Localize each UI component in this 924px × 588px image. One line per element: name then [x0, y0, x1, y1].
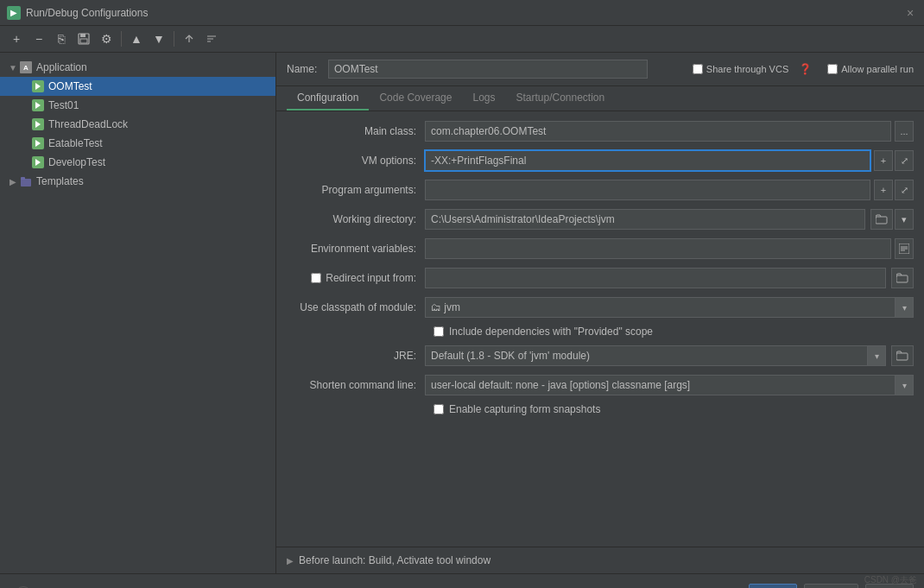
title-bar: ▶ Run/Debug Configurations ×	[0, 0, 924, 26]
move-up-button[interactable]: ▲	[127, 29, 146, 48]
redirect-input-checkbox[interactable]	[311, 273, 321, 283]
vm-options-row: VM options: + ⤢	[287, 149, 914, 172]
close-button[interactable]: ×	[903, 6, 917, 20]
tab-startup-connection[interactable]: Startup/Connection	[505, 86, 615, 111]
cancel-button[interactable]: Cancel	[804, 584, 858, 589]
before-launch-header[interactable]: ▶ Before launch: Build, Activate tool wi…	[287, 554, 914, 566]
redirect-input-buttons	[889, 268, 914, 288]
test01-label: Test01	[48, 99, 79, 111]
ok-button[interactable]: OK	[749, 584, 796, 589]
tree-item-developtest[interactable]: DevelopTest	[0, 153, 275, 172]
jre-row: JRE: Default (1.8 - SDK of 'jvm' module)…	[287, 345, 914, 367]
tree-application-group[interactable]: ▼ A Application	[0, 58, 275, 77]
application-arrow[interactable]: ▼	[7, 61, 19, 73]
templates-folder-icon	[19, 174, 33, 188]
working-dir-input[interactable]	[425, 209, 865, 230]
application-folder-icon: A	[19, 60, 33, 74]
program-args-input[interactable]	[425, 180, 870, 200]
tab-code-coverage[interactable]: Code Coverage	[369, 86, 462, 111]
vm-options-expand-button[interactable]: ⤢	[895, 150, 914, 171]
jre-buttons	[889, 345, 914, 366]
oomtest-spacer	[19, 80, 31, 92]
form-area: Main class: ... VM options: + ⤢ Program …	[276, 111, 924, 540]
help-vcs-icon: ❓	[799, 63, 812, 75]
before-launch-arrow: ▶	[287, 556, 294, 566]
jre-select[interactable]: Default (1.8 - SDK of 'jvm' module)	[425, 345, 886, 366]
tab-configuration[interactable]: Configuration	[287, 86, 369, 111]
redirect-input-browse-button[interactable]	[891, 268, 914, 288]
svg-rect-5	[876, 217, 887, 224]
env-vars-edit-button[interactable]	[895, 238, 914, 259]
vm-options-add-button[interactable]: +	[874, 150, 893, 171]
env-vars-row: Environment variables:	[287, 237, 914, 260]
program-args-row: Program arguments: + ⤢	[287, 179, 914, 201]
classpath-module-row: Use classpath of module: 🗂 jvm ▾	[287, 296, 914, 319]
threaddeadlock-label: ThreadDeadLock	[48, 118, 128, 130]
shorten-cmd-row: Shorten command line: user-local default…	[287, 374, 914, 396]
move-down-button[interactable]: ▼	[149, 29, 168, 48]
vm-options-input[interactable]	[425, 150, 870, 171]
jre-browse-button[interactable]	[891, 345, 914, 366]
svg-rect-7	[896, 275, 908, 282]
working-dir-buttons: ▾	[869, 209, 914, 230]
main-class-input[interactable]	[425, 121, 891, 142]
templates-label: Templates	[36, 175, 84, 187]
enable-capture-checkbox[interactable]	[434, 404, 444, 414]
working-dir-row: Working directory: ▾	[287, 208, 914, 231]
name-checkboxes: Share through VCS ❓ Allow parallel run	[693, 63, 914, 75]
add-button[interactable]: +	[7, 29, 26, 48]
tree-item-oomtest[interactable]: OOMTest	[0, 77, 275, 96]
parallel-run-checkbox[interactable]	[827, 64, 838, 74]
main-class-label: Main class:	[287, 125, 425, 137]
program-args-buttons: + ⤢	[874, 180, 914, 200]
env-vars-input[interactable]	[425, 238, 891, 259]
redirect-input-label-cell: Redirect input from:	[287, 272, 425, 284]
test01-spacer	[19, 99, 31, 111]
svg-rect-3	[21, 179, 31, 187]
main-class-browse-button[interactable]: ...	[895, 121, 914, 142]
share-button[interactable]	[180, 29, 199, 48]
redirect-input-field[interactable]	[425, 268, 886, 288]
content-area: Name: Share through VCS ❓ Allow parallel…	[276, 53, 924, 573]
enable-capture-label: Enable capturing form snapshots	[434, 403, 600, 415]
env-vars-buttons	[895, 238, 914, 259]
tree-item-threaddeadlock[interactable]: ThreadDeadLock	[0, 115, 275, 134]
working-dir-dropdown-button[interactable]: ▾	[895, 209, 914, 230]
classpath-module-select[interactable]: 🗂 jvm	[425, 297, 914, 318]
copy-button[interactable]: ⎘	[52, 29, 71, 48]
program-args-expand-button[interactable]: ⤢	[895, 180, 914, 200]
tree-templates-group[interactable]: ▶ Templates	[0, 172, 275, 191]
shorten-cmd-label: Shorten command line:	[287, 379, 425, 391]
shorten-cmd-select[interactable]: user-local default: none - java [options…	[425, 375, 914, 395]
svg-rect-1	[80, 34, 85, 37]
vm-options-buttons: + ⤢	[874, 150, 914, 171]
tree-item-test01[interactable]: Test01	[0, 96, 275, 115]
tree-item-eatabletest[interactable]: EatableTest	[0, 134, 275, 153]
threaddeadlock-spacer	[19, 118, 31, 130]
share-vcs-checkbox[interactable]	[693, 64, 703, 74]
name-input[interactable]	[328, 60, 648, 79]
before-launch-section: ▶ Before launch: Build, Activate tool wi…	[276, 547, 924, 573]
remove-button[interactable]: −	[29, 29, 48, 48]
jre-select-wrapper: Default (1.8 - SDK of 'jvm' module) ▾	[425, 345, 886, 366]
vm-options-label: VM options:	[287, 155, 425, 167]
share-vcs-label: Share through VCS	[693, 64, 788, 74]
name-row: Name: Share through VCS ❓ Allow parallel…	[276, 53, 924, 86]
settings-button[interactable]: ⚙	[97, 29, 116, 48]
templates-arrow[interactable]: ▶	[7, 175, 19, 187]
save-button[interactable]	[74, 29, 93, 48]
eatabletest-run-icon	[31, 136, 45, 150]
eatabletest-spacer	[19, 137, 31, 149]
threaddeadlock-run-icon	[31, 117, 45, 131]
program-args-add-button[interactable]: +	[874, 180, 893, 200]
main-container: ▼ A Application OOMTest	[0, 53, 924, 573]
application-label: Application	[36, 61, 87, 73]
program-args-label: Program arguments:	[287, 184, 425, 196]
main-class-row: Main class: ...	[287, 120, 914, 142]
working-dir-browse-button[interactable]	[870, 209, 893, 230]
sort-button[interactable]	[202, 29, 221, 48]
tab-logs[interactable]: Logs	[462, 86, 505, 111]
include-deps-checkbox[interactable]	[434, 326, 444, 337]
main-class-buttons: ...	[895, 121, 914, 142]
toolbar-divider-2	[174, 31, 174, 47]
